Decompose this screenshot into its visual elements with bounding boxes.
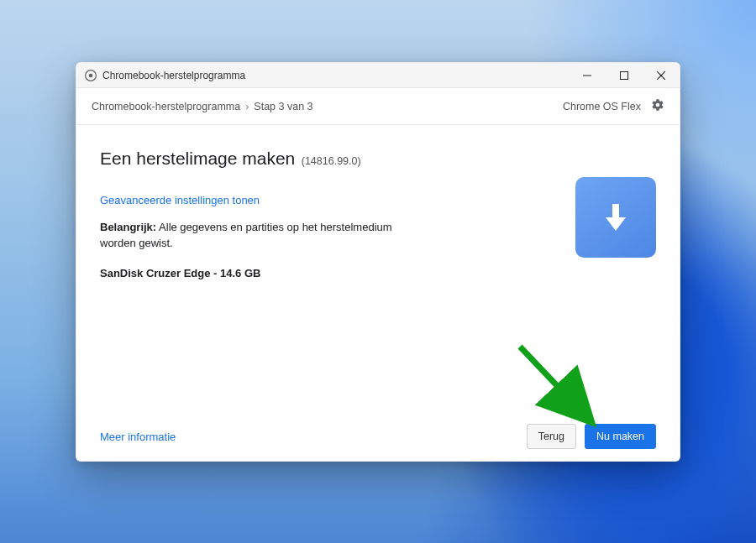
back-button[interactable]: Terug [527, 424, 576, 449]
svg-line-6 [520, 347, 580, 410]
recovery-media-label: SanDisk Cruzer Edge - 14.6 GB [100, 267, 656, 279]
product-label: Chrome OS Flex [563, 101, 641, 112]
breadcrumb-root: Chromebook-herstelprogramma [92, 101, 240, 112]
more-info-link[interactable]: Meer informatie [100, 431, 176, 443]
minimize-button[interactable] [569, 63, 606, 88]
create-now-button[interactable]: Nu maken [585, 424, 656, 449]
version-label: (14816.99.0) [302, 155, 361, 167]
maximize-button[interactable] [606, 63, 643, 88]
download-tile [575, 177, 656, 258]
window-title: Chromebook-herstelprogramma [102, 70, 245, 81]
breadcrumb-step: Stap 3 van 3 [254, 101, 312, 112]
gear-icon[interactable] [651, 98, 664, 114]
content: Een herstelimage maken (14816.99.0) Geav… [76, 125, 680, 461]
warning-text: Belangrijk: Alle gegevens en partities o… [100, 220, 419, 252]
warning-label: Belangrijk: [100, 221, 156, 233]
window-controls [569, 63, 680, 88]
svg-point-1 [89, 73, 93, 77]
svg-rect-3 [621, 71, 628, 79]
header: Chromebook-herstelprogramma › Stap 3 van… [76, 88, 680, 125]
close-button[interactable] [643, 63, 680, 88]
app-window: Chromebook-herstelprogramma Chromebook-h… [76, 62, 680, 462]
footer: Meer informatie Terug Nu maken [100, 414, 656, 449]
app-icon [85, 70, 97, 81]
titlebar: Chromebook-herstelprogramma [76, 63, 680, 88]
download-arrow-icon [596, 197, 636, 238]
page-title: Een herstelimage maken [100, 149, 295, 168]
breadcrumb-separator: › [245, 101, 249, 112]
advanced-settings-link[interactable]: Geavanceerde instellingen tonen [100, 194, 656, 206]
